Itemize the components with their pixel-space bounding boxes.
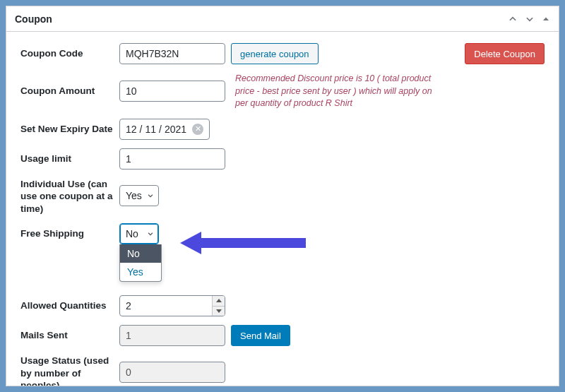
label-usage-status: Usage Status (used by number of peoples) [20, 355, 119, 386]
step-up-icon[interactable] [213, 296, 225, 306]
clear-date-icon[interactable]: ✕ [192, 124, 203, 135]
label-free-shipping: Free Shipping [20, 227, 119, 240]
label-coupon-code: Coupon Code [20, 47, 119, 60]
allowed-quantities-input[interactable] [119, 295, 225, 316]
label-coupon-amount: Coupon Amount [20, 85, 119, 97]
chevron-down-icon [147, 228, 154, 239]
usage-limit-input[interactable] [119, 148, 225, 170]
free-shipping-dropdown: No Yes [119, 244, 162, 282]
individual-use-select[interactable]: Yes [119, 185, 159, 206]
usage-status-input [119, 362, 225, 383]
label-usage-limit: Usage limit [20, 153, 119, 165]
coupon-panel: Coupon Delete Coupon Coupon Code generat… [6, 6, 559, 386]
svg-marker-0 [543, 17, 549, 20]
free-shipping-value: No [126, 228, 138, 239]
panel-header-actions [508, 14, 550, 24]
generate-coupon-button[interactable]: generate coupon [231, 43, 319, 64]
send-mail-button[interactable]: Send Mail [231, 325, 290, 346]
move-up-icon[interactable] [508, 14, 518, 24]
label-individual-use: Individual Use (can use one coupon at a … [20, 178, 119, 215]
label-mails-sent: Mails Sent [20, 329, 119, 342]
move-down-icon[interactable] [525, 14, 535, 24]
panel-header: Coupon [6, 6, 559, 32]
label-expiry: Set New Expiry Date [20, 123, 119, 136]
free-shipping-option-no[interactable]: No [120, 244, 161, 263]
expiry-day: 12 [126, 124, 137, 135]
svg-marker-1 [216, 299, 222, 302]
step-down-icon[interactable] [213, 306, 225, 316]
quantity-stepper [212, 296, 225, 316]
free-shipping-select[interactable]: No [119, 223, 159, 244]
panel-title: Coupon [15, 13, 52, 25]
mails-sent-input [119, 325, 225, 346]
free-shipping-option-yes[interactable]: Yes [120, 263, 161, 281]
svg-marker-2 [216, 309, 222, 313]
discount-hint: Recommended Discount price is 10 ( total… [235, 73, 447, 110]
expiry-month: 11 [145, 124, 156, 135]
expiry-date-input[interactable]: 12 / 11 / 2021 ✕ [119, 119, 210, 140]
individual-use-value: Yes [126, 190, 142, 201]
panel-body: Delete Coupon Coupon Code generate coupo… [6, 32, 559, 386]
coupon-amount-input[interactable] [119, 81, 225, 102]
coupon-code-input[interactable] [119, 43, 225, 64]
label-allowed-quantities: Allowed Quantities [20, 299, 119, 312]
chevron-down-icon [147, 190, 154, 201]
expiry-year: 2021 [165, 124, 186, 135]
collapse-icon[interactable] [542, 15, 550, 23]
